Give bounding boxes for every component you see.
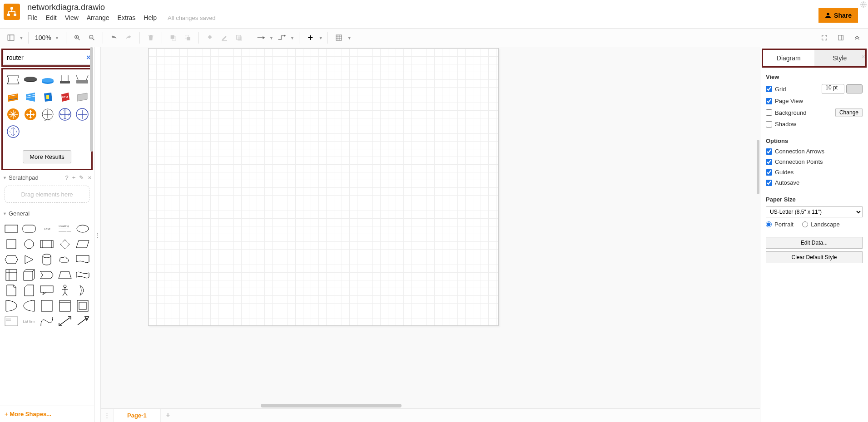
shadow-checkbox[interactable] <box>766 121 772 128</box>
shape-step[interactable] <box>40 269 55 281</box>
shape-process[interactable] <box>40 238 55 250</box>
shape-window[interactable] <box>57 299 72 312</box>
view-sidebar-button[interactable] <box>5 31 17 44</box>
shape-card[interactable] <box>21 284 36 297</box>
shape-triangle[interactable] <box>21 253 36 266</box>
shape-parallelogram[interactable] <box>75 238 90 250</box>
shape-router-3[interactable] <box>40 72 55 88</box>
shape-square[interactable] <box>4 238 19 250</box>
to-front-button[interactable] <box>167 31 179 44</box>
grid-checkbox[interactable] <box>766 86 772 92</box>
zoom-in-button[interactable] <box>71 31 84 44</box>
zoom-out-button[interactable] <box>85 31 98 44</box>
shape-router-4[interactable] <box>57 72 73 88</box>
connection-button[interactable] <box>255 31 268 44</box>
autosave-checkbox[interactable] <box>766 180 772 186</box>
shape-note[interactable] <box>4 284 19 297</box>
shape-arrow[interactable] <box>75 315 90 328</box>
change-bg-button[interactable]: Change <box>835 108 863 117</box>
menu-file[interactable]: File <box>27 14 38 21</box>
canvas-page[interactable] <box>148 48 499 326</box>
landscape-radio[interactable] <box>802 221 808 227</box>
shape-and[interactable] <box>21 299 36 312</box>
shape-hexagon[interactable] <box>4 253 19 266</box>
general-header[interactable]: ▼ General <box>0 207 94 220</box>
right-scrollbar-thumb[interactable] <box>757 140 759 194</box>
menu-help[interactable]: Help <box>144 14 157 21</box>
conn-arrows-checkbox[interactable] <box>766 148 772 155</box>
shape-router-9[interactable]: UTM <box>57 89 73 105</box>
waypoint-button[interactable] <box>275 31 288 44</box>
horizontal-scrollbar[interactable] <box>101 403 760 408</box>
portrait-radio[interactable] <box>766 221 772 227</box>
menu-view[interactable]: View <box>65 14 79 21</box>
papersize-select[interactable]: US-Letter (8,5" x 11") <box>766 206 863 217</box>
menu-arrange[interactable]: Arrange <box>87 14 109 21</box>
conn-points-checkbox[interactable] <box>766 159 772 165</box>
shape-actor[interactable] <box>57 284 72 297</box>
tab-style[interactable]: Style <box>814 50 866 66</box>
line-color-button[interactable] <box>218 31 231 44</box>
fullscreen-button[interactable] <box>818 31 831 44</box>
shape-document[interactable] <box>75 253 90 266</box>
search-input[interactable] <box>7 54 86 61</box>
redo-button[interactable] <box>122 31 135 44</box>
pageview-checkbox[interactable] <box>766 98 772 104</box>
shape-internal[interactable] <box>4 269 19 281</box>
clear-style-button[interactable]: Clear Default Style <box>766 251 863 263</box>
to-back-button[interactable] <box>181 31 194 44</box>
shape-cloud[interactable] <box>57 253 72 266</box>
add-page-button[interactable]: + <box>161 409 175 422</box>
more-results-button[interactable]: More Results <box>23 150 71 163</box>
edit-data-button[interactable]: Edit Data... <box>766 237 863 249</box>
shape-callout[interactable] <box>40 284 55 297</box>
zoom-select[interactable]: 100% ▼ <box>33 34 61 41</box>
more-shapes-button[interactable]: + More Shapes... <box>0 406 94 422</box>
shape-router-1[interactable] <box>5 72 21 88</box>
delete-button[interactable] <box>144 31 157 44</box>
shape-listitem[interactable]: List Item <box>21 315 36 328</box>
guides-checkbox[interactable] <box>766 169 772 176</box>
shape-circle[interactable] <box>21 238 36 250</box>
shape-router-2[interactable] <box>23 72 38 88</box>
shape-roundrect[interactable] <box>21 222 36 235</box>
shape-tape[interactable] <box>75 269 90 281</box>
shape-router-11[interactable] <box>5 107 21 122</box>
shape-text[interactable]: Text <box>40 222 55 235</box>
shape-router-7[interactable] <box>23 89 38 105</box>
shape-router-6[interactable] <box>5 89 21 105</box>
menu-extras[interactable]: Extras <box>118 14 136 21</box>
document-title[interactable]: networkdiagra.drawio <box>27 3 216 12</box>
shape-trapezoid[interactable] <box>57 269 72 281</box>
shape-router-13[interactable]: Router <box>40 107 55 122</box>
shape-frame[interactable] <box>75 299 90 312</box>
pages-menu-button[interactable]: ⋮ <box>101 409 114 422</box>
shape-datastore[interactable] <box>40 299 55 312</box>
menu-edit[interactable]: Edit <box>46 14 57 21</box>
sidebar-collapse-handle[interactable]: ⋮ <box>94 47 101 422</box>
table-button[interactable] <box>332 31 345 44</box>
shape-cube[interactable] <box>21 269 36 281</box>
shape-diamond[interactable] <box>57 238 72 250</box>
shape-list[interactable] <box>4 315 19 328</box>
left-scrollbar[interactable] <box>89 47 94 404</box>
shape-router-16[interactable] <box>5 124 21 139</box>
insert-button[interactable]: + <box>304 31 317 44</box>
close-panel-icon[interactable]: × <box>862 53 865 60</box>
scratchpad-edit[interactable]: ✎ <box>79 174 84 181</box>
app-logo[interactable] <box>4 4 20 20</box>
shape-router-8[interactable] <box>40 89 55 105</box>
undo-button[interactable] <box>108 31 120 44</box>
format-panel-button[interactable] <box>834 31 847 44</box>
canvas[interactable]: ⋮ Page-1 + <box>101 47 760 422</box>
shape-or[interactable] <box>4 299 19 312</box>
scratchpad-header[interactable]: ▼ Scratchpad ? + ✎ × <box>0 172 94 184</box>
share-button[interactable]: Share <box>818 8 858 23</box>
grid-size-input[interactable]: 10 pt <box>822 84 844 94</box>
shape-router-15[interactable] <box>74 107 90 122</box>
shape-cylinder[interactable] <box>40 253 55 266</box>
shape-heading[interactable]: Heading───────── ── <box>57 222 72 235</box>
shadow-button[interactable] <box>233 31 245 44</box>
background-checkbox[interactable] <box>766 109 772 116</box>
scratchpad-dropzone[interactable]: Drag elements here <box>5 186 89 203</box>
